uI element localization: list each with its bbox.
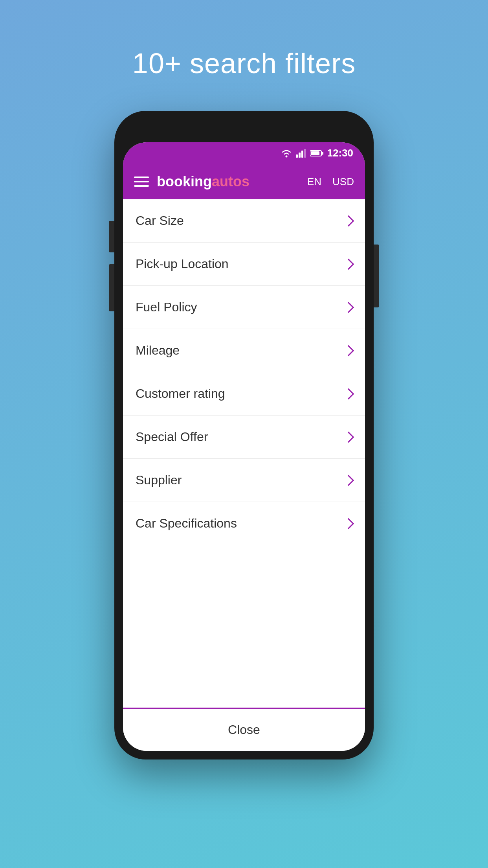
filter-item-special-offer[interactable]: Special Offer <box>123 416 365 459</box>
close-label: Close <box>228 723 260 737</box>
filter-label-special-offer: Special Offer <box>136 430 208 444</box>
filter-label-customer-rating: Customer rating <box>136 386 225 401</box>
close-button[interactable]: Close <box>123 708 365 751</box>
chevron-icon-special-offer <box>343 431 354 442</box>
chevron-icon-pickup-location <box>343 258 354 269</box>
phone-screen: 12:30 bookingautos EN USD Car SizePick-u… <box>123 142 365 751</box>
filter-label-fuel-policy: Fuel Policy <box>136 300 197 314</box>
power-button <box>374 245 379 307</box>
filter-item-car-specifications[interactable]: Car Specifications <box>123 502 365 545</box>
logo-booking: booking <box>157 173 212 189</box>
logo-autos: autos <box>212 173 250 189</box>
nav-right: EN USD <box>307 176 354 188</box>
filter-label-car-size: Car Size <box>136 213 184 228</box>
svg-point-0 <box>285 155 287 157</box>
filter-list: Car SizePick-up LocationFuel PolicyMilea… <box>123 199 365 708</box>
language-selector[interactable]: EN <box>307 176 321 188</box>
status-bar: 12:30 <box>123 142 365 164</box>
svg-rect-1 <box>296 154 298 158</box>
status-time: 12:30 <box>327 147 354 159</box>
filter-label-mileage: Mileage <box>136 343 180 358</box>
chevron-icon-fuel-policy <box>343 302 354 313</box>
filter-item-pickup-location[interactable]: Pick-up Location <box>123 243 365 286</box>
filter-label-pickup-location: Pick-up Location <box>136 257 229 271</box>
chevron-icon-mileage <box>343 345 354 356</box>
svg-rect-3 <box>301 151 303 158</box>
filter-label-car-specifications: Car Specifications <box>136 516 237 531</box>
svg-rect-7 <box>322 152 323 154</box>
svg-rect-6 <box>311 151 319 155</box>
phone-device: 12:30 bookingautos EN USD Car SizePick-u… <box>114 111 374 760</box>
battery-icon <box>310 150 323 157</box>
svg-rect-2 <box>299 153 301 158</box>
filter-item-fuel-policy[interactable]: Fuel Policy <box>123 286 365 329</box>
volume-down-button <box>109 264 114 311</box>
wifi-icon <box>281 149 292 158</box>
signal-icon <box>296 149 306 158</box>
chevron-icon-car-specifications <box>343 518 354 529</box>
menu-button[interactable] <box>134 177 149 187</box>
filter-item-supplier[interactable]: Supplier <box>123 459 365 502</box>
filter-item-mileage[interactable]: Mileage <box>123 329 365 372</box>
filter-item-customer-rating[interactable]: Customer rating <box>123 372 365 416</box>
filter-item-car-size[interactable]: Car Size <box>123 199 365 243</box>
svg-rect-4 <box>304 149 306 158</box>
filter-label-supplier: Supplier <box>136 473 182 487</box>
chevron-icon-customer-rating <box>343 388 354 399</box>
volume-up-button <box>109 221 114 252</box>
chevron-icon-supplier <box>343 474 354 485</box>
chevron-icon-car-size <box>343 215 354 226</box>
currency-selector[interactable]: USD <box>332 176 354 188</box>
nav-bar: bookingautos EN USD <box>123 164 365 199</box>
page-title: 10+ search filters <box>132 47 356 79</box>
app-logo: bookingautos <box>157 173 250 190</box>
